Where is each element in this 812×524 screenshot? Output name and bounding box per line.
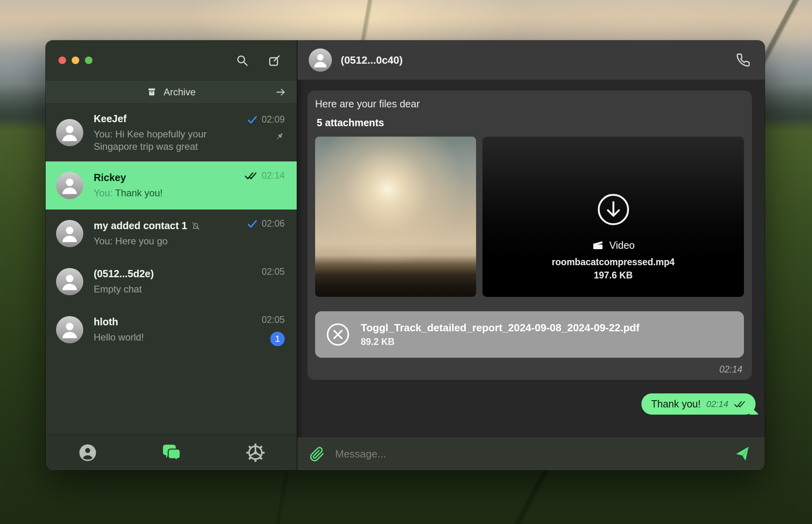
pdf-filesize: 89.2 KB <box>361 337 639 347</box>
chat-time: 02:06 <box>261 218 285 229</box>
avatar <box>56 268 83 295</box>
delivered-double-check-icon <box>734 400 746 408</box>
minimize-window-button[interactable] <box>72 56 79 64</box>
read-check-icon <box>247 115 257 124</box>
chat-name: my added contact 1 <box>94 220 187 232</box>
outgoing-message-text: Thank you! <box>651 398 701 410</box>
chat-list-item-0512-5d2e[interactable]: (0512...5d2e) Empty chat 02:05 <box>46 258 297 306</box>
read-check-icon <box>247 220 257 228</box>
chat-preview: You: Hi Kee hopefully your Singapore tri… <box>94 128 226 153</box>
call-phone-icon[interactable] <box>736 53 750 67</box>
clapperboard-icon <box>592 239 604 251</box>
pdf-attachment-chip[interactable]: Toggl_Track_detailed_report_2024-09-08_2… <box>315 311 744 358</box>
chat-list-item-keejef[interactable]: KeeJef You: Hi Kee hopefully your Singap… <box>46 104 297 161</box>
message-input-bar <box>297 437 765 470</box>
message-input[interactable] <box>335 448 724 460</box>
arrow-right-icon[interactable] <box>275 87 286 98</box>
chat-time: 02:09 <box>261 114 285 125</box>
chat-name: KeeJef <box>94 113 127 125</box>
app-window: Archive KeeJef You: Hi Kee hopefully you… <box>46 40 765 470</box>
outgoing-message-timestamp: 02:14 <box>706 399 728 409</box>
chat-time: 02:14 <box>261 170 285 181</box>
message-text: Here are your files dear <box>315 97 744 111</box>
chat-preview: Empty chat <box>94 283 226 295</box>
video-filesize: 197.6 KB <box>594 270 633 281</box>
chat-preview: You: Here you go <box>94 235 226 247</box>
chat-list: KeeJef You: Hi Kee hopefully your Singap… <box>46 104 297 435</box>
message-history: Here are your files dear 5 attachments <box>297 80 765 437</box>
attachments-count-label: 5 attachments <box>315 117 744 129</box>
sidebar: Archive KeeJef You: Hi Kee hopefully you… <box>46 40 297 470</box>
avatar <box>56 119 83 146</box>
contacts-tab-icon[interactable] <box>78 443 98 463</box>
video-attachment-tile[interactable]: Video roombacatcompressed.mp4 197.6 KB <box>482 137 744 297</box>
chat-name: Rickey <box>94 172 126 183</box>
pdf-filename: Toggl_Track_detailed_report_2024-09-08_2… <box>361 322 639 334</box>
chat-preview: Hello world! <box>94 331 226 343</box>
sidebar-titlebar <box>46 40 297 80</box>
chat-time: 02:05 <box>261 266 285 277</box>
chat-name: hloth <box>94 316 118 328</box>
sidebar-footer <box>46 435 297 470</box>
video-type-label: Video <box>609 240 635 251</box>
avatar <box>56 220 83 247</box>
chat-list-item-hloth[interactable]: hloth Hello world! 02:05 1 <box>46 306 297 354</box>
zoom-window-button[interactable] <box>85 56 92 64</box>
chat-list-item-rickey[interactable]: Rickey You: Thank you! 02:14 <box>46 161 297 210</box>
conversation-avatar <box>309 48 332 72</box>
conversation-title: (0512...0c40) <box>341 54 403 67</box>
chat-list-item-my-added-contact-1[interactable]: my added contact 1 You: Here you go <box>46 210 297 258</box>
compose-icon[interactable] <box>268 54 281 67</box>
muted-bell-icon <box>191 221 201 231</box>
archive-box-icon <box>147 87 157 97</box>
settings-gear-icon[interactable] <box>246 443 265 462</box>
pin-icon <box>274 131 285 142</box>
conversation-panel: (0512...0c40) Here are your files dear 5… <box>297 40 765 470</box>
message-timestamp: 02:14 <box>315 364 744 375</box>
conversation-header: (0512...0c40) <box>297 40 765 80</box>
search-icon[interactable] <box>236 54 249 67</box>
unread-badge: 1 <box>270 332 285 346</box>
chat-time: 02:05 <box>261 314 285 325</box>
video-filename: roombacatcompressed.mp4 <box>552 257 675 268</box>
chats-tab-icon[interactable] <box>161 442 182 463</box>
send-paper-plane-icon[interactable] <box>734 446 751 463</box>
avatar <box>56 172 83 199</box>
download-icon[interactable] <box>596 192 631 227</box>
double-check-icon <box>245 171 257 180</box>
archive-row[interactable]: Archive <box>46 80 297 104</box>
photo-attachment-thumbnail[interactable] <box>315 137 476 297</box>
outgoing-message-bubble: Thank you! 02:14 <box>641 393 756 415</box>
window-controls <box>58 56 92 64</box>
incoming-message-bubble: Here are your files dear 5 attachments <box>308 91 752 380</box>
chat-preview: You: Thank you! <box>94 187 226 199</box>
cancel-x-circle-icon[interactable] <box>326 322 350 347</box>
attach-paperclip-icon[interactable] <box>310 447 325 462</box>
archive-label: Archive <box>163 87 195 98</box>
chat-name: (0512...5d2e) <box>94 268 154 280</box>
close-window-button[interactable] <box>58 56 66 64</box>
avatar <box>56 316 83 343</box>
